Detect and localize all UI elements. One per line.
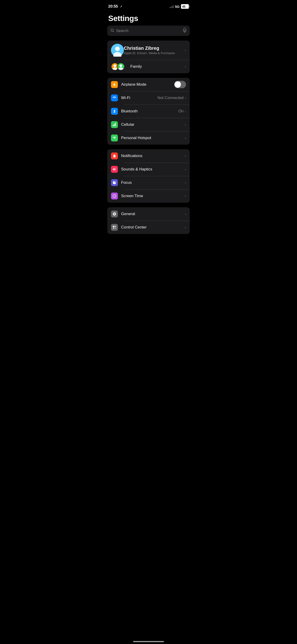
sounds-haptics-row[interactable]: Sounds & Haptics › [107, 162, 190, 176]
bluetooth-row[interactable]: Bluetooth On › [107, 104, 190, 118]
svg-rect-18 [113, 125, 113, 126]
airplane-mode-label: Airplane Mode [121, 82, 174, 87]
bluetooth-icon [111, 108, 118, 115]
toggle-knob [174, 81, 181, 88]
page-title: Settings [104, 12, 194, 26]
family-avatars [111, 63, 125, 70]
sounds-haptics-chevron-icon: › [185, 168, 186, 171]
svg-point-9 [114, 64, 116, 67]
general-chevron-icon: › [185, 212, 186, 216]
family-chevron-icon: › [185, 65, 186, 68]
screen-time-row[interactable]: Screen Time › [107, 189, 190, 203]
screen-time-chevron-icon: › [185, 194, 186, 198]
status-time: 20:55 [108, 4, 118, 8]
profile-info: Christian Zibreg Apple ID, iCloud+, Medi… [124, 46, 185, 55]
signal-bar-1 [170, 7, 170, 8]
connectivity-section: Airplane Mode Wi-Fi Not Connected › [107, 78, 190, 145]
focus-row[interactable]: Focus › [107, 176, 190, 189]
network-type: 5G [175, 4, 180, 8]
wifi-row[interactable]: Wi-Fi Not Connected › [107, 91, 190, 104]
svg-point-22 [114, 138, 115, 138]
profile-row[interactable]: Christian Zibreg Apple ID, iCloud+, Medi… [107, 40, 190, 60]
svg-line-1 [113, 31, 114, 32]
wifi-label: Wi-Fi [121, 96, 158, 100]
status-indicators: 5G 45 [170, 4, 189, 9]
airplane-mode-row[interactable]: Airplane Mode [107, 78, 190, 91]
search-bar[interactable]: Search [107, 26, 190, 36]
control-center-row[interactable]: Control Center › [107, 221, 190, 234]
location-icon: ↗ [120, 5, 122, 8]
notifications-chevron-icon: › [185, 154, 186, 158]
svg-rect-23 [113, 226, 114, 227]
profile-chevron-icon: › [185, 48, 186, 52]
battery-indicator: 45 [181, 4, 189, 9]
svg-rect-25 [113, 228, 114, 229]
general-icon [111, 210, 118, 218]
microphone-icon[interactable] [183, 28, 186, 34]
personal-hotspot-icon [111, 134, 118, 142]
signal-bar-2 [170, 7, 171, 8]
notifications-label: Notifications [121, 154, 185, 158]
control-center-label: Control Center [121, 225, 185, 230]
focus-label: Focus [121, 180, 185, 185]
signal-bar-4 [173, 5, 174, 8]
airplane-mode-toggle[interactable] [174, 81, 186, 88]
control-center-icon [111, 224, 118, 231]
notifications-row[interactable]: Notifications › [107, 149, 190, 162]
general-label: General [121, 212, 185, 216]
general-section: General › Control Center › [107, 207, 190, 234]
notifications-section: Notifications › Sounds & Haptics › Focus [107, 149, 190, 203]
control-center-chevron-icon: › [185, 226, 186, 229]
bluetooth-chevron-icon: › [185, 110, 186, 113]
search-placeholder[interactable]: Search [116, 28, 181, 33]
notifications-icon [111, 152, 118, 160]
svg-rect-2 [184, 28, 186, 31]
search-container: Search [104, 26, 194, 40]
personal-hotspot-row[interactable]: Personal Hotspot › [107, 131, 190, 145]
cellular-row[interactable]: Cellular › [107, 118, 190, 131]
wifi-chevron-icon: › [185, 96, 186, 100]
screen-time-label: Screen Time [121, 194, 185, 198]
bluetooth-label: Bluetooth [121, 109, 178, 114]
svg-rect-19 [114, 124, 114, 126]
screen-time-icon [111, 192, 118, 200]
general-row[interactable]: General › [107, 207, 190, 221]
bluetooth-status: On [178, 109, 184, 114]
airplane-mode-icon [111, 81, 118, 88]
signal-strength-icon [170, 5, 174, 8]
personal-hotspot-label: Personal Hotspot [121, 136, 185, 140]
profile-section: Christian Zibreg Apple ID, iCloud+, Medi… [107, 40, 190, 73]
avatar [111, 44, 124, 57]
cellular-label: Cellular [121, 122, 185, 127]
family-label: Family [130, 64, 185, 69]
sounds-haptics-icon [111, 166, 118, 173]
cellular-chevron-icon: › [185, 123, 186, 126]
signal-bar-3 [172, 6, 172, 8]
focus-icon [111, 179, 118, 186]
family-row[interactable]: Family › [107, 60, 190, 73]
status-time-container: 20:55 ↗ [108, 4, 122, 9]
status-bar: 20:55 ↗ 5G 45 [104, 0, 194, 12]
personal-hotspot-chevron-icon: › [185, 136, 186, 140]
svg-rect-20 [114, 124, 115, 126]
profile-name: Christian Zibreg [124, 46, 185, 51]
battery-level: 45 [182, 5, 185, 8]
cellular-icon [111, 121, 118, 128]
svg-rect-26 [115, 228, 116, 229]
profile-subtitle: Apple ID, iCloud+, Media & Purchases [124, 51, 185, 55]
svg-rect-21 [115, 123, 116, 126]
svg-point-6 [115, 46, 120, 51]
wifi-status: Not Connected [158, 96, 184, 100]
focus-chevron-icon: › [185, 181, 186, 184]
sounds-haptics-label: Sounds & Haptics [121, 167, 185, 172]
search-icon [110, 28, 114, 33]
svg-point-12 [120, 64, 122, 67]
wifi-icon [111, 94, 118, 101]
svg-rect-24 [115, 226, 116, 227]
